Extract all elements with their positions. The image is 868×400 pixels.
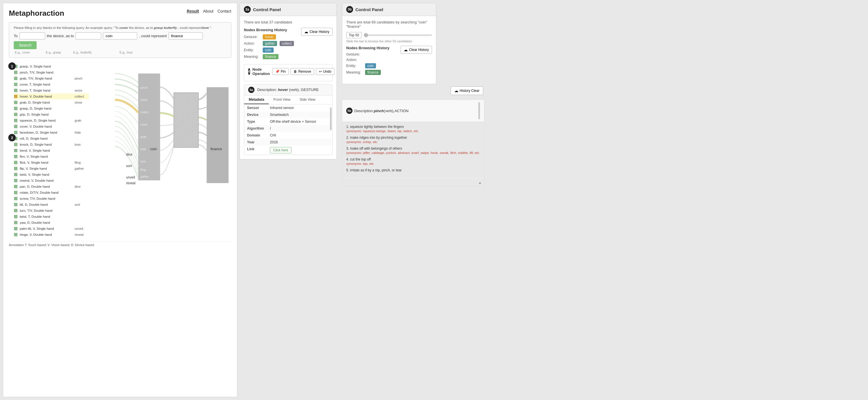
list-item[interactable]: flick, V, Single handfling (14, 160, 89, 165)
remove-button[interactable]: 🗑 Remove (290, 68, 314, 75)
action-3b-row: Action: (346, 58, 390, 62)
synonyms-2: synonyms: crimp, etc. (346, 140, 480, 144)
list-item[interactable]: screw, T/V, Double hand (14, 196, 89, 201)
meaning-tag[interactable]: finance (263, 54, 278, 59)
desc-5a: 5a Description: hover (verb), GESTURE Me… (244, 84, 333, 155)
list-item[interactable]: hover, T, Single handseize (14, 88, 89, 93)
clear-history-3b-button[interactable]: ☁ Clear History (401, 46, 432, 54)
hint-butterfly: E.g., butterfly (73, 51, 107, 54)
tab-front-view[interactable]: Front View (269, 95, 295, 104)
svg-text:hide: hide (141, 147, 146, 151)
search-button[interactable]: Search (14, 41, 37, 49)
panel-3b-badge: 3b (346, 6, 353, 13)
desc-5b-title-label: Description: (354, 109, 374, 113)
color-box (14, 233, 18, 236)
slider-thumb[interactable] (364, 33, 368, 37)
list-item[interactable]: tilt, D, Double handsort (14, 202, 89, 207)
list-item[interactable]: grab, D, Single handclose (14, 99, 89, 105)
query-input-1[interactable] (20, 32, 45, 39)
list-item[interactable]: turn, T/V, Double hand (14, 208, 89, 213)
query-input-2[interactable] (75, 32, 101, 39)
list-item[interactable]: facedown, D, Single handhide (14, 130, 89, 135)
desc-5b-type: ACTION (395, 109, 408, 113)
list-item[interactable]: grasp, V, Single hand (14, 63, 89, 69)
clear-history-button[interactable]: ☁ Clear History (301, 28, 333, 36)
query-middle2: , could represent (139, 34, 167, 38)
list-item[interactable]: hinge, V, Double handreveal (14, 232, 89, 237)
nav-about[interactable]: About (203, 9, 214, 13)
gesture-tag[interactable]: hover (263, 34, 276, 39)
color-box (14, 227, 18, 230)
list-item[interactable]: bend, V, Single hand (14, 148, 89, 153)
list-item[interactable]: grasp, D, Single hand (14, 106, 89, 111)
list-item[interactable]: knock, D, Single handtoss (14, 142, 89, 147)
color-box (14, 89, 18, 92)
list-item[interactable]: cover, T, Single hand (14, 82, 89, 87)
list-item[interactable]: yaw, D, Double hand (14, 220, 89, 226)
list-item[interactable]: grip, D, Single hand (14, 112, 89, 117)
list-item[interactable]: rotate, D/T/V, Double hand (14, 190, 89, 195)
entity-tag[interactable]: coin (263, 48, 274, 53)
action-label: seize (74, 89, 89, 92)
list-item[interactable]: pan, D, Double handdice (14, 184, 89, 190)
list-item[interactable]: squeeze, D, Single handgrab (14, 118, 89, 123)
table-row: Algorithm / (244, 125, 332, 132)
tab-side-view[interactable]: Side View (295, 95, 320, 104)
list-item[interactable]: grab, T/V, Single handpinch (14, 76, 89, 81)
history-left: Nodes Browsing History Gesture: hover Ac… (244, 28, 295, 61)
action-label: collect (74, 95, 89, 98)
list-item[interactable]: twist, V, Single hand (14, 172, 89, 177)
panel-3a-header: 3a Control Panel (240, 3, 337, 16)
gesture-label: hover, T, Single hand (20, 89, 73, 92)
query-input-finance[interactable] (168, 32, 203, 39)
nav-result[interactable]: Result (187, 9, 199, 13)
svg-text:finance: finance (210, 147, 222, 151)
query-bar: Please filling in any blanks in the foll… (9, 22, 231, 58)
svg-text:gather: gather (141, 175, 149, 178)
sankey-area: coin finance pinch seize collect close g… (89, 62, 231, 238)
action-reveal: reveal (126, 181, 135, 185)
nav-contact[interactable]: Contact (218, 9, 231, 13)
meaning-text-1: 1. squeeze tightly between the fingers (346, 125, 480, 129)
tab-metadata[interactable]: Metadata (244, 95, 269, 104)
click-here-button[interactable]: Click here (270, 147, 291, 153)
candidates-text: There are total 37 candidates (244, 20, 333, 24)
undo-button[interactable]: ↩ Undo (316, 68, 335, 75)
scroll-bar-5b[interactable] (478, 102, 480, 119)
synonyms-1: synonyms: squeeze,twinge, tweet, nip, tw… (346, 129, 480, 133)
list-item[interactable]: rewind, V, Double hand (14, 178, 89, 183)
metadata-table: Sensor Infrared sensor Device Smartwatch… (244, 105, 332, 155)
entity-3b-tag[interactable]: coin (365, 63, 376, 68)
history-clear-button[interactable]: ☁ History Clear (451, 86, 483, 95)
scroll-bar[interactable] (330, 107, 332, 130)
step-badge-2: 2 (8, 134, 16, 141)
list-item[interactable]: roll, D, Single hand (14, 136, 89, 141)
right-panels: 3a Control Panel There are total 37 cand… (240, 3, 340, 397)
list-item[interactable]: palm tilt, V, Single handunveil (14, 226, 89, 231)
list-item[interactable]: twist, T, Double hand (14, 214, 89, 220)
pin-button[interactable]: 📌 Pin (272, 68, 289, 75)
action-tag-collect[interactable]: collect (280, 41, 294, 46)
list-item[interactable]: hover, V, Double handcollect (14, 93, 89, 99)
svg-text:pinch: pinch (141, 86, 148, 89)
desc-5a-word: hover (278, 88, 288, 92)
list-item[interactable]: flex, V, Single hand (14, 154, 89, 160)
gesture-label: turn, T/V, Double hand (20, 209, 89, 212)
gesture-label: pan, D, Double hand (20, 185, 73, 188)
chevron-down-icon[interactable]: ⌄ (478, 179, 482, 185)
list-item[interactable]: cover, V, Double hand (14, 123, 89, 129)
desc-5b: 5b Description: pinch (verb), ACTION 1. … (342, 99, 484, 186)
scroll-indicator-5b[interactable] (478, 102, 480, 119)
list-item[interactable]: flip, V, Single handgather (14, 166, 89, 171)
meaning-item-5: 5. irritate as if by a nip, pinch, or te… (346, 168, 480, 172)
history-3b-section: Nodes Browsing History Gesture: Action: … (346, 46, 432, 77)
slider-track[interactable] (364, 34, 432, 36)
color-box (14, 215, 18, 218)
list-item[interactable]: pinch, T/V, Single hand (14, 69, 89, 75)
action-label: fling (74, 161, 89, 164)
action-tag-gather[interactable]: gather (263, 41, 277, 46)
meaning-3b-tag[interactable]: finance (365, 70, 381, 75)
query-input-coin[interactable] (103, 32, 137, 39)
tabs-row: Metadata Front View Side View (244, 95, 332, 105)
node-op-title: Node Operation (252, 67, 270, 76)
